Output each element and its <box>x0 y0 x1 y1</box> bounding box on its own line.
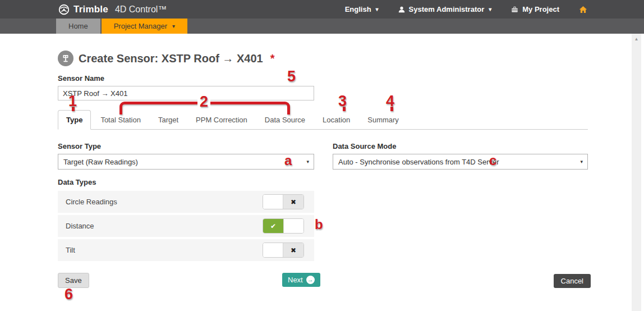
caret-down-icon: ▾ <box>306 159 309 164</box>
brand-name: Trimble <box>73 4 108 15</box>
data-source-mode-select[interactable]: Auto - Synchronise observations from T4D… <box>333 154 588 170</box>
product-name: 4D Control™ <box>115 4 167 15</box>
data-source-mode-field: Data Source Mode Auto - Synchronise obse… <box>333 142 588 170</box>
nav-project-manager-label: Project Manager <box>114 22 167 30</box>
data-type-label: Distance <box>66 222 94 230</box>
data-source-mode-label: Data Source Mode <box>333 142 588 150</box>
toggle-knob <box>263 195 283 209</box>
annotation-6: 6 <box>65 287 73 302</box>
tab-type[interactable]: Type <box>58 110 91 130</box>
user-icon <box>398 6 406 13</box>
sensor-name-input[interactable] <box>58 86 314 100</box>
required-asterisk: * <box>270 52 275 65</box>
sensor-icon <box>58 51 73 66</box>
language-label: English <box>345 5 371 13</box>
distance-toggle[interactable]: ✔ <box>263 218 304 234</box>
scroll-up-arrow-icon[interactable]: ▲ <box>632 36 641 42</box>
top-bar-right: English ▾ System Administrator ▾ My Proj… <box>345 5 588 14</box>
next-label: Next <box>288 276 303 284</box>
tab-summary[interactable]: Summary <box>360 111 407 129</box>
home-icon[interactable] <box>578 5 588 14</box>
nav-tab-project-manager[interactable]: Project Manager ▾ <box>102 19 187 34</box>
vertical-scrollbar[interactable]: ▲ <box>632 34 641 311</box>
sensor-type-value: Target (Raw Readings) <box>63 158 138 166</box>
data-type-label: Circle Readings <box>66 198 117 206</box>
caret-down-icon: ▾ <box>172 23 175 29</box>
page-title: Create Sensor: XSTP Roof → X401 <box>79 52 263 65</box>
arrow-right-circle-icon: → <box>306 276 315 284</box>
toggle-state-icon: ✖ <box>283 243 303 257</box>
caret-down-icon: ▾ <box>489 6 491 12</box>
data-type-label: Tilt <box>66 246 75 254</box>
trimble-logo-icon <box>58 3 70 16</box>
toggle-state-icon: ✔ <box>263 219 283 233</box>
sensor-name-label: Sensor Name <box>58 74 588 83</box>
data-type-row-tilt: Tilt ✖ <box>58 239 314 261</box>
tab-ppm-correction[interactable]: PPM Correction <box>188 111 255 129</box>
nav-home-label: Home <box>68 22 88 30</box>
data-type-row-distance: Distance ✔ <box>58 215 314 237</box>
nav-tab-home[interactable]: Home <box>56 19 100 34</box>
save-button[interactable]: Save <box>58 273 89 288</box>
main-content: Create Sensor: XSTP Roof → X401 * Sensor… <box>58 51 588 289</box>
briefcase-icon <box>510 6 519 13</box>
data-type-row-circle-readings: Circle Readings ✖ <box>58 191 314 213</box>
toggle-knob <box>283 219 303 233</box>
tab-total-station[interactable]: Total Station <box>93 111 149 129</box>
button-row: Save Next → Cancel <box>58 273 588 289</box>
next-button[interactable]: Next → <box>282 273 320 287</box>
project-name: My Project <box>522 5 559 13</box>
form-columns: Sensor Type Target (Raw Readings) ▾ Data… <box>58 142 588 170</box>
sensor-type-select[interactable]: Target (Raw Readings) ▾ <box>58 154 314 170</box>
project-menu[interactable]: My Project <box>510 5 559 13</box>
user-name: System Administrator <box>409 5 485 13</box>
circle-readings-toggle[interactable]: ✖ <box>263 194 304 209</box>
data-types-label: Data Types <box>58 178 588 186</box>
top-bar: Trimble 4D Control™ English ▾ System Adm… <box>0 0 644 19</box>
toggle-knob <box>263 243 283 257</box>
title-row: Create Sensor: XSTP Roof → X401 * <box>58 51 588 66</box>
data-source-mode-value: Auto - Synchronise observations from T4D… <box>338 158 499 166</box>
brand: Trimble 4D Control™ <box>58 3 167 16</box>
cancel-button[interactable]: Cancel <box>554 274 591 288</box>
tab-location[interactable]: Location <box>315 111 358 129</box>
nav-bar: Home Project Manager ▾ <box>0 19 644 34</box>
caret-down-icon: ▾ <box>376 6 379 12</box>
user-menu[interactable]: System Administrator ▾ <box>398 5 492 13</box>
sensor-type-field: Sensor Type Target (Raw Readings) ▾ <box>58 142 314 170</box>
page: Trimble 4D Control™ English ▾ System Adm… <box>0 0 644 311</box>
tab-target[interactable]: Target <box>150 111 186 129</box>
toggle-state-icon: ✖ <box>283 195 303 209</box>
language-menu[interactable]: English ▾ <box>345 5 379 13</box>
sensor-type-label: Sensor Type <box>58 142 314 150</box>
wizard-tabs: Type Total Station Target PPM Correction… <box>58 111 588 130</box>
tilt-toggle[interactable]: ✖ <box>263 243 304 258</box>
caret-down-icon: ▾ <box>580 159 583 164</box>
tab-data-source[interactable]: Data Source <box>257 111 313 129</box>
